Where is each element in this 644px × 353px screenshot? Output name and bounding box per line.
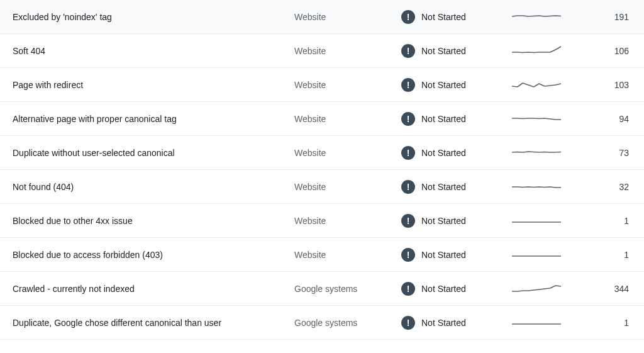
- trend-sparkline: [496, 11, 577, 23]
- status-label: Not Started: [421, 148, 466, 158]
- reason-cell: Excluded by 'noindex' tag: [5, 12, 294, 22]
- table-row[interactable]: Page with redirectWebsite!Not Started103: [0, 68, 644, 102]
- trend-sparkline: [496, 283, 577, 295]
- count-cell: 1: [577, 318, 639, 328]
- trend-sparkline: [496, 147, 577, 159]
- status-label: Not Started: [421, 318, 466, 328]
- status-cell: !Not Started: [401, 180, 496, 194]
- alert-icon: !: [401, 146, 415, 160]
- trend-sparkline: [496, 215, 577, 227]
- trend-sparkline: [496, 45, 577, 57]
- table-row[interactable]: Alternative page with proper canonical t…: [0, 102, 644, 136]
- reason-cell: Soft 404: [5, 46, 294, 56]
- source-cell: Website: [294, 250, 401, 260]
- reason-cell: Page with redirect: [5, 80, 294, 90]
- count-cell: 1: [577, 250, 639, 260]
- reason-cell: Blocked due to other 4xx issue: [5, 216, 294, 226]
- status-label: Not Started: [421, 182, 466, 192]
- source-cell: Website: [294, 46, 401, 56]
- status-cell: !Not Started: [401, 316, 496, 330]
- count-cell: 106: [577, 46, 639, 56]
- alert-icon: !: [401, 78, 415, 92]
- status-label: Not Started: [421, 114, 466, 124]
- table-row[interactable]: Excluded by 'noindex' tagWebsite!Not Sta…: [0, 0, 644, 34]
- status-cell: !Not Started: [401, 112, 496, 126]
- status-cell: !Not Started: [401, 78, 496, 92]
- alert-icon: !: [401, 282, 415, 296]
- table-row[interactable]: Blocked due to other 4xx issueWebsite!No…: [0, 204, 644, 238]
- source-cell: Website: [294, 216, 401, 226]
- status-cell: !Not Started: [401, 248, 496, 262]
- table-row[interactable]: Not found (404)Website!Not Started32: [0, 170, 644, 204]
- status-label: Not Started: [421, 12, 466, 22]
- count-cell: 103: [577, 80, 639, 90]
- table-row[interactable]: Crawled - currently not indexedGoogle sy…: [0, 272, 644, 306]
- status-cell: !Not Started: [401, 214, 496, 228]
- source-cell: Website: [294, 182, 401, 192]
- reason-cell: Alternative page with proper canonical t…: [5, 114, 294, 124]
- alert-icon: !: [401, 214, 415, 228]
- count-cell: 73: [577, 148, 639, 158]
- alert-icon: !: [401, 248, 415, 262]
- table-row[interactable]: Duplicate, Google chose different canoni…: [0, 306, 644, 340]
- reason-cell: Crawled - currently not indexed: [5, 284, 294, 294]
- table-row[interactable]: Duplicate without user-selected canonica…: [0, 136, 644, 170]
- table-row[interactable]: Soft 404Website!Not Started106: [0, 34, 644, 68]
- source-cell: Google systems: [294, 318, 401, 328]
- reason-cell: Duplicate, Google chose different canoni…: [5, 318, 294, 328]
- status-cell: !Not Started: [401, 44, 496, 58]
- count-cell: 1: [577, 216, 639, 226]
- alert-icon: !: [401, 112, 415, 126]
- alert-icon: !: [401, 44, 415, 58]
- source-cell: Website: [294, 114, 401, 124]
- coverage-table: Excluded by 'noindex' tagWebsite!Not Sta…: [0, 0, 644, 340]
- status-label: Not Started: [421, 284, 466, 294]
- count-cell: 344: [577, 284, 639, 294]
- trend-sparkline: [496, 79, 577, 91]
- table-row[interactable]: Blocked due to access forbidden (403)Web…: [0, 238, 644, 272]
- alert-icon: !: [401, 316, 415, 330]
- status-cell: !Not Started: [401, 10, 496, 24]
- source-cell: Website: [294, 80, 401, 90]
- count-cell: 191: [577, 12, 639, 22]
- trend-sparkline: [496, 249, 577, 261]
- alert-icon: !: [401, 10, 415, 24]
- status-cell: !Not Started: [401, 282, 496, 296]
- trend-sparkline: [496, 317, 577, 329]
- reason-cell: Duplicate without user-selected canonica…: [5, 148, 294, 158]
- status-label: Not Started: [421, 46, 466, 56]
- alert-icon: !: [401, 180, 415, 194]
- status-cell: !Not Started: [401, 146, 496, 160]
- status-label: Not Started: [421, 250, 466, 260]
- status-label: Not Started: [421, 216, 466, 226]
- source-cell: Google systems: [294, 284, 401, 294]
- count-cell: 32: [577, 182, 639, 192]
- trend-sparkline: [496, 113, 577, 125]
- source-cell: Website: [294, 148, 401, 158]
- count-cell: 94: [577, 114, 639, 124]
- source-cell: Website: [294, 12, 401, 22]
- status-label: Not Started: [421, 80, 466, 90]
- trend-sparkline: [496, 181, 577, 193]
- reason-cell: Not found (404): [5, 182, 294, 192]
- reason-cell: Blocked due to access forbidden (403): [5, 250, 294, 260]
